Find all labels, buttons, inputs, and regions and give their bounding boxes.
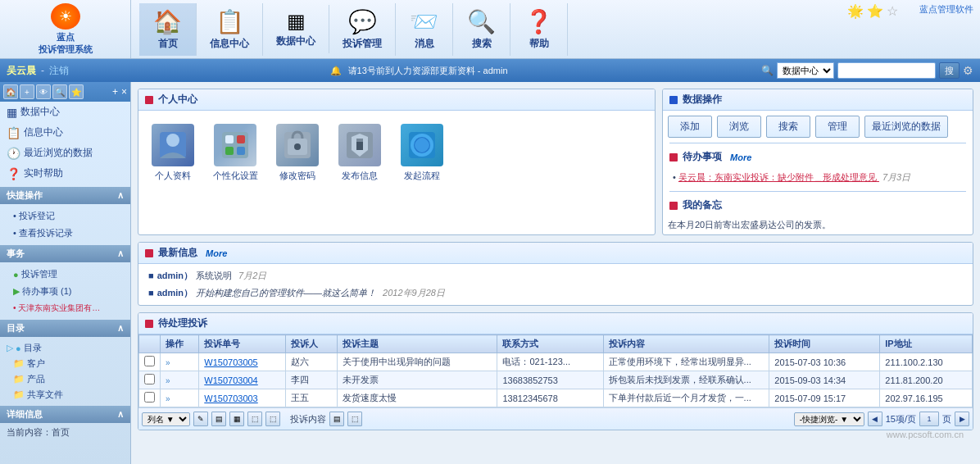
star1-icon[interactable]: 🌟 (847, 3, 864, 19)
todo-link-0[interactable]: 吴云晨：东南实业投诉：缺少附件＿形成处理意见 (678, 172, 879, 182)
personal-settings[interactable]: 个性化设置 (211, 124, 260, 182)
row1-id[interactable]: W150703004 (199, 371, 286, 389)
row0-content: 正常使用环境下，经常出现明显异... (603, 353, 769, 371)
nav-complaints[interactable]: 💬 投诉管理 (329, 3, 396, 56)
sidebar-eye-btn[interactable]: 👁 (36, 84, 51, 99)
sidebar-item-todo-sub[interactable]: • 天津东南实业集团有限公司投诉：... (0, 300, 115, 316)
news-more-link[interactable]: More (206, 248, 227, 258)
quick-ops-header[interactable]: 快捷操作 ∧ (0, 187, 130, 204)
row2-id[interactable]: W150703003 (199, 389, 286, 407)
recent-browse-button[interactable]: 最近浏览的数据 (864, 116, 948, 138)
row2-ip: 202.97.16.195 (880, 389, 973, 407)
memo-title: 我的备忘 (683, 198, 722, 212)
search-category-select[interactable]: 数据中心 (777, 62, 834, 79)
logo-icon: ☀ (51, 3, 80, 30)
news-date-1: 2012年9月28日 (383, 287, 445, 299)
footer-right: -快捷浏览- ▼ ◀ 15项/页 1 页 ▶ (794, 412, 969, 426)
detail-collapse-icon: ∧ (117, 409, 124, 420)
page-num-btn[interactable]: 1 (919, 412, 939, 426)
row1-op[interactable]: » (161, 371, 199, 389)
page-next-btn[interactable]: ▶ (955, 412, 969, 426)
filter-btn3[interactable]: ⬚ (247, 412, 262, 426)
sidebar-item-recent[interactable]: 🕐 最近浏览的数据 (0, 143, 130, 163)
sidebar-close-btn[interactable]: × (121, 86, 127, 98)
star3-icon[interactable]: ☆ (887, 3, 898, 19)
logout-button[interactable]: 注销 (49, 64, 69, 78)
flow-icon (401, 124, 443, 166)
nav-info[interactable]: 📋 信息中心 (197, 3, 263, 56)
nav-home-label: 首页 (158, 37, 178, 51)
col-content: 投诉内容 (603, 335, 769, 353)
affairs-header[interactable]: 事务 ∧ (0, 245, 130, 262)
filter-btn4[interactable]: ⬚ (265, 412, 280, 426)
filter-btn2[interactable]: ▦ (229, 412, 244, 426)
sidebar-item-register[interactable]: • 投诉登记 (0, 207, 130, 225)
add-button[interactable]: 添加 (668, 116, 712, 138)
sidebar-item-view-records[interactable]: • 查看投诉记录 (0, 225, 130, 242)
sidebar-plus-btn[interactable]: + (112, 86, 118, 98)
nav-messages[interactable]: 📨 消息 (396, 3, 453, 56)
browse-button[interactable]: 浏览 (717, 116, 761, 138)
directory-header[interactable]: 目录 ∧ (0, 320, 130, 337)
page-prev-btn[interactable]: ◀ (868, 412, 882, 426)
toolbar-search-area: 🔍 数据中心 搜 ⚙ (761, 62, 973, 79)
col-id: 投诉单号 (199, 335, 286, 353)
tree-root[interactable]: ▷ ● 目录 (0, 340, 130, 356)
filter-content-btn[interactable]: ▤ (329, 412, 344, 426)
personal-password[interactable]: 修改密码 (273, 124, 322, 182)
sidebar-star-btn[interactable]: ⭐ (69, 84, 84, 99)
nav-data[interactable]: ▦ 数据中心 (263, 5, 329, 53)
row0-id[interactable]: W150703005 (199, 353, 286, 371)
star2-icon[interactable]: ⭐ (867, 3, 883, 19)
toolbar-search-input[interactable] (837, 62, 936, 79)
row0-op[interactable]: » (161, 353, 199, 371)
filter-btn1[interactable]: ▤ (211, 412, 226, 426)
personal-publish[interactable]: 发布信息 (335, 124, 384, 182)
search-button[interactable]: 搜索 (766, 116, 810, 138)
sidebar-search-btn[interactable]: 🔍 (52, 84, 67, 99)
toolbar-username: 吴云晨 (7, 64, 36, 78)
personal-profile[interactable]: 个人资料 (148, 124, 197, 182)
sidebar-item-info[interactable]: 📋 信息中心 (0, 122, 130, 143)
todo-more-link[interactable]: More (730, 152, 751, 162)
sidebar-item-help[interactable]: ❓ 实时帮助 (0, 163, 130, 184)
col-op: 操作 (161, 335, 199, 353)
sidebar-item-todo[interactable]: ▶ 待办事项 (1) (0, 283, 130, 300)
col-name-select[interactable]: 列名 ▼ (142, 412, 190, 426)
top-right-icons: 🌟 ⭐ ☆ (847, 3, 898, 19)
sidebar-home-btn[interactable]: 🏠 (3, 84, 18, 99)
sidebar-add-btn[interactable]: + (20, 84, 34, 99)
gear-icon[interactable]: ⚙ (963, 64, 973, 77)
row2-check[interactable] (139, 389, 161, 407)
col-edit-btn[interactable]: ✎ (193, 412, 208, 426)
svg-point-9 (294, 143, 301, 150)
folder-shared-icon: 📁 (13, 389, 25, 400)
news-item-0: ■ admin） 系统说明 7月2日 (145, 267, 966, 284)
sidebar-item-data-label: 数据中心 (20, 105, 60, 119)
table-row: » W150703004 李四 未开发票 13683852753 拆包装后未找到… (139, 371, 973, 389)
quick-nav-select[interactable]: -快捷浏览- ▼ (794, 412, 864, 426)
data-ops-header: 数据操作 (663, 89, 973, 111)
tree-customer[interactable]: 📁 客户 (0, 356, 130, 371)
nav-home[interactable]: 🏠 首页 (139, 3, 197, 56)
row2-op[interactable]: » (161, 389, 199, 407)
nav-search[interactable]: 🔍 搜索 (453, 3, 510, 56)
tree-product[interactable]: 📁 产品 (0, 371, 130, 387)
filter-content-btn2[interactable]: ⬚ (347, 412, 362, 426)
detail-header[interactable]: 详细信息 ∧ (0, 406, 130, 423)
toolbar-search-button[interactable]: 搜 (939, 62, 960, 79)
manage-button[interactable]: 管理 (815, 116, 860, 138)
tree-shared[interactable]: 📁 共享文件 (0, 387, 130, 403)
personal-center-title: 个人中心 (158, 93, 197, 107)
nav-complaints-label: 投诉管理 (343, 37, 382, 51)
row2-subject: 发货速度太慢 (337, 389, 497, 407)
sidebar-item-complaint-mgmt[interactable]: ● 投诉管理 (0, 266, 130, 283)
svg-rect-4 (237, 135, 245, 143)
nav-help[interactable]: ❓ 帮助 (510, 3, 568, 56)
sidebar-item-data[interactable]: ▦ 数据中心 (0, 102, 130, 122)
row1-check[interactable] (139, 371, 161, 389)
row2-contact: 13812345678 (497, 389, 603, 407)
nav-data-label: 数据中心 (276, 34, 315, 48)
row0-check[interactable] (139, 353, 161, 371)
personal-flow[interactable]: 发起流程 (397, 124, 447, 182)
